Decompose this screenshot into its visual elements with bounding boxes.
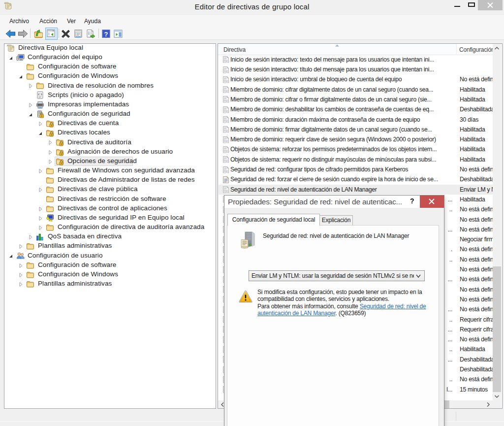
svg-text:?: ? — [104, 31, 108, 38]
